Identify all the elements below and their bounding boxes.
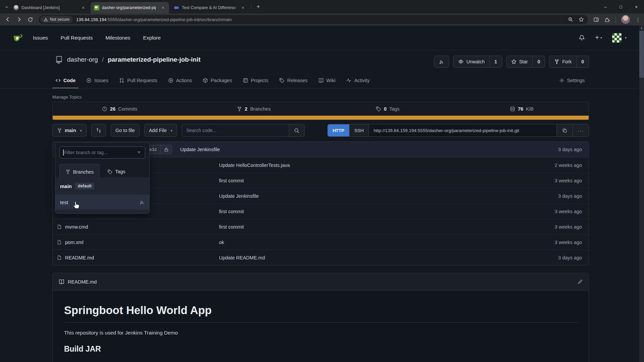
copy-icon <box>562 128 567 133</box>
reload-button[interactable] <box>28 17 33 22</box>
branch-item-test[interactable]: test <box>55 195 149 209</box>
user-menu[interactable]: ▾ <box>612 33 627 43</box>
repo-owner-link[interactable]: dasher-org <box>67 56 98 63</box>
add-file-button[interactable]: Add File ▾ <box>144 124 177 137</box>
nav-milestones[interactable]: Milestones <box>105 35 130 41</box>
file-commit-message[interactable]: first commit <box>219 178 244 183</box>
star-button[interactable]: Star 0 <box>506 56 545 68</box>
page-scrollbar[interactable]: ▲ <box>639 25 644 362</box>
tab-projects[interactable]: Projects <box>238 72 273 88</box>
repo-name-link[interactable]: parameterized-pipeline-job-init <box>108 56 201 63</box>
file-row[interactable]: README.md Update README.md 3 days ago <box>53 250 589 265</box>
tab-actions[interactable]: Actions <box>164 72 197 88</box>
clone-ssh-button[interactable]: SSH <box>349 124 369 136</box>
tab-issues[interactable]: Issues <box>82 72 113 88</box>
zoom-icon[interactable] <box>568 17 573 22</box>
file-commit-message[interactable]: Update README.md <box>219 255 265 260</box>
branch-filter-input[interactable] <box>64 150 136 155</box>
branch-item-main[interactable]: main default <box>55 177 149 195</box>
stat-branches[interactable]: 2 Branches <box>187 102 321 116</box>
nav-issues[interactable]: Issues <box>33 35 48 41</box>
minimize-button[interactable]: – <box>598 0 613 13</box>
unwatch-label: Unwatch <box>466 59 484 64</box>
file-commit-message[interactable]: Update Jenkinsfile <box>219 193 259 199</box>
code-search-input[interactable] <box>182 124 289 136</box>
repo-tabs: Code Issues Pull Requests Actions Packag… <box>51 72 374 88</box>
bookmark-star-icon[interactable] <box>579 17 584 22</box>
readme-edit-button[interactable] <box>577 279 583 285</box>
nav-pull-requests[interactable]: Pull Requests <box>61 35 93 41</box>
stat-commits[interactable]: 26 Commits <box>53 102 187 116</box>
file-commit-message[interactable]: first commit <box>219 224 244 230</box>
tab-settings[interactable]: Settings <box>555 72 589 88</box>
extensions-puzzle-icon[interactable] <box>604 17 610 22</box>
forward-arrow-icon <box>16 16 22 22</box>
file-commit-message[interactable]: ok <box>219 240 224 245</box>
browser-tab-gitea-repo[interactable]: dasher-org/parameterized-pipe × <box>91 2 169 13</box>
file-row[interactable]: mvnw.cmd first commit 3 weeks ago <box>53 219 589 234</box>
watch-count[interactable]: 1 <box>489 56 502 67</box>
tab-search-button[interactable] <box>3 3 11 11</box>
maximize-button[interactable]: □ <box>613 0 629 13</box>
unwatch-button[interactable]: Unwatch 1 <box>453 56 502 68</box>
create-new-button[interactable]: + ▾ <box>595 34 602 42</box>
star-count[interactable]: 0 <box>532 56 545 67</box>
repository-icon <box>55 56 63 64</box>
scroll-up-arrow[interactable]: ▲ <box>639 26 644 29</box>
branches-tab-label: Branches <box>73 169 94 175</box>
file-name[interactable]: README.md <box>65 255 94 260</box>
side-panel-icon[interactable] <box>593 17 599 22</box>
clone-url-field[interactable]: http://139.84.159.194:5555/dasher-org/pa… <box>369 124 556 136</box>
copy-url-button[interactable] <box>556 124 573 136</box>
tab-activity[interactable]: Activity <box>342 72 374 88</box>
url-path: :5555/dasher-org/parameterized-pipeline-… <box>106 17 232 22</box>
browser-tab-text-compare[interactable]: Text Compare & AI Difference C × <box>170 2 249 13</box>
tab-close-icon[interactable]: × <box>160 5 166 10</box>
browser-profile-avatar[interactable] <box>621 15 630 24</box>
compare-button[interactable] <box>91 124 106 137</box>
back-button[interactable] <box>5 16 11 22</box>
address-bar[interactable]: Not secure 139.84.159.194:5555/dasher-or… <box>39 15 588 24</box>
close-button[interactable]: × <box>629 0 644 13</box>
branch-rss-icon[interactable] <box>140 200 145 205</box>
fork-count[interactable]: 0 <box>576 56 589 67</box>
gitea-logo[interactable] <box>11 32 23 44</box>
commit-lock-segment[interactable] <box>160 145 172 154</box>
tab-packages[interactable]: Packages <box>198 72 236 88</box>
stat-size[interactable]: 76 KiB <box>455 102 589 116</box>
forward-button[interactable] <box>16 16 22 22</box>
tab-pull-requests[interactable]: Pull Requests <box>115 72 161 88</box>
stat-tags[interactable]: 0 Tags <box>321 102 455 116</box>
tab-wiki[interactable]: Wiki <box>314 72 340 88</box>
nav-explore[interactable]: Explore <box>143 35 161 41</box>
manage-topics-link[interactable]: Manage Topics <box>52 95 82 100</box>
browser-tab-jenkins[interactable]: Dashboard [Jenkins] × <box>10 2 89 13</box>
go-to-file-button[interactable]: Go to file <box>111 124 140 137</box>
tab-releases[interactable]: Releases <box>275 72 312 88</box>
latest-commit-message[interactable]: Update Jenkinsfile <box>180 147 220 152</box>
security-chip[interactable]: Not secure <box>40 16 73 23</box>
notifications-bell-icon[interactable] <box>579 35 585 41</box>
file-commit-message[interactable]: Update HelloControllerTests.java <box>219 163 290 168</box>
branch-selector-button[interactable]: main ▾ <box>52 124 87 137</box>
tab-code[interactable]: Code <box>51 72 80 88</box>
browser-menu-icon[interactable]: ⋮ <box>635 16 641 23</box>
rss-button[interactable] <box>434 56 449 68</box>
language-bar[interactable] <box>53 116 589 120</box>
tab-close-icon[interactable]: × <box>240 5 246 10</box>
file-name[interactable]: pom.xml <box>65 240 84 245</box>
tags-tab[interactable]: Tags <box>100 164 133 179</box>
code-search-button[interactable] <box>289 124 304 136</box>
scrollbar-thumb[interactable] <box>639 31 644 78</box>
clone-http-button[interactable]: HTTP <box>328 124 349 136</box>
branches-tab[interactable]: Branches <box>59 164 100 179</box>
gitea-nav-links: Issues Pull Requests Milestones Explore <box>33 35 161 41</box>
tab-close-icon[interactable]: × <box>80 5 86 10</box>
more-actions-button[interactable]: ··· <box>573 124 589 136</box>
new-tab-button[interactable]: + <box>254 3 262 11</box>
file-name[interactable]: mvnw.cmd <box>65 224 88 230</box>
back-arrow-icon <box>5 16 11 22</box>
file-commit-message[interactable]: first commit <box>219 209 244 214</box>
file-row[interactable]: pom.xml ok 3 weeks ago <box>53 234 589 250</box>
fork-button[interactable]: Fork 0 <box>549 56 589 68</box>
